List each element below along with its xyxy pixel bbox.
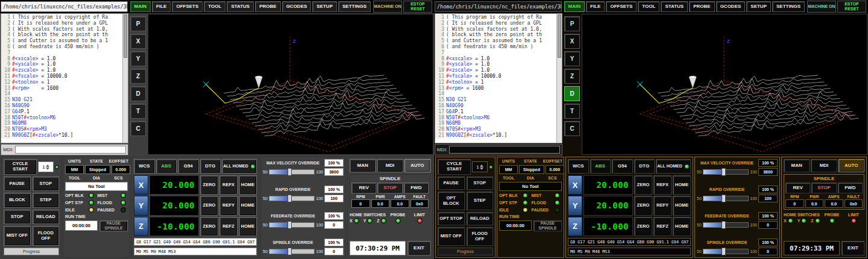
- menu-tab-button[interactable]: SETTINGS: [772, 1, 805, 12]
- spindle-button[interactable]: FWD: [838, 183, 863, 193]
- preview-tab-button[interactable]: D: [130, 86, 146, 101]
- zero-button[interactable]: ZERO: [634, 196, 652, 215]
- ref-button[interactable]: REFY: [219, 196, 237, 215]
- machine-on-button[interactable]: MACHINE ON: [807, 1, 836, 13]
- menu-tab-button[interactable]: SETTINGS: [338, 1, 371, 12]
- zero-button[interactable]: ZERO: [200, 196, 218, 215]
- axis-letter-button[interactable]: Z: [568, 217, 582, 236]
- axis-letter-button[interactable]: Z: [134, 217, 148, 236]
- axis-letter-button[interactable]: Y: [134, 196, 148, 215]
- menu-tab-button[interactable]: STATUS: [227, 1, 254, 12]
- dro-mode-button[interactable]: ABS: [590, 159, 611, 173]
- editor-scrollbar[interactable]: [556, 14, 562, 143]
- preview-tab-button[interactable]: D: [564, 86, 580, 101]
- dro-mode-button[interactable]: WCS: [134, 159, 155, 173]
- mode-button[interactable]: AUTO: [838, 159, 864, 172]
- exit-button[interactable]: EXIT: [841, 241, 864, 255]
- axis-letter-button[interactable]: Y: [568, 196, 582, 215]
- dro-mode-button[interactable]: G54: [178, 159, 199, 173]
- machine-control-button[interactable]: PAUSE: [4, 176, 31, 191]
- spindle-button[interactable]: STOP: [377, 183, 402, 193]
- preview-tab-button[interactable]: Y: [130, 51, 146, 66]
- override-slider[interactable]: [269, 169, 315, 175]
- menu-tab-button[interactable]: GCODES: [716, 1, 746, 12]
- ref-button[interactable]: REFX: [219, 175, 237, 195]
- machine-control-button[interactable]: STEP: [467, 192, 494, 210]
- menu-tab-button[interactable]: FILE: [152, 1, 171, 12]
- machine-control-button[interactable]: PAUSE: [438, 176, 465, 190]
- stepper-arrows-icon[interactable]: [480, 164, 483, 170]
- home-button[interactable]: HOME: [239, 196, 257, 215]
- machine-on-button[interactable]: MACHINE ON: [373, 1, 402, 13]
- preview-tab-button[interactable]: T: [130, 104, 146, 119]
- all-homed-button[interactable]: ALL HOMED: [656, 159, 691, 173]
- cycle-count-stepper[interactable]: 1: [472, 161, 488, 172]
- all-homed-button[interactable]: ALL HOMED: [222, 159, 257, 173]
- override-slider[interactable]: [703, 169, 749, 175]
- machine-control-button[interactable]: STOP: [467, 176, 494, 190]
- ref-button[interactable]: REFZ: [653, 217, 671, 236]
- editor-scrollbar[interactable]: [122, 14, 128, 143]
- gcode-editor[interactable]: 1 ( This program is copyright of Ra 2 ( …: [435, 13, 562, 143]
- spindle-button[interactable]: FWD: [404, 183, 429, 193]
- menu-tab-button[interactable]: STATUS: [661, 1, 688, 12]
- menu-tab-button[interactable]: SETUP: [312, 1, 337, 12]
- menu-tab-button[interactable]: MAIN: [130, 1, 151, 12]
- dro-mode-button[interactable]: DTG: [634, 159, 655, 173]
- ref-button[interactable]: REFX: [653, 175, 671, 195]
- menu-tab-button[interactable]: OFFSETS: [172, 1, 203, 12]
- scrollbar-thumb[interactable]: [558, 14, 561, 58]
- machine-control-button[interactable]: MIST OFF: [4, 226, 31, 246]
- slider-handle[interactable]: [722, 168, 726, 176]
- stepper-arrows-icon[interactable]: [46, 164, 49, 170]
- axis-letter-button[interactable]: X: [568, 175, 582, 195]
- slider-handle[interactable]: [288, 168, 292, 176]
- machine-control-button[interactable]: FLOOD OFF: [33, 226, 60, 246]
- override-slider[interactable]: [703, 196, 749, 201]
- preview-tab-button[interactable]: P: [564, 16, 580, 31]
- preview-tab-button[interactable]: P: [130, 16, 146, 31]
- cycle-start-button[interactable]: CYCLE START: [4, 159, 37, 175]
- preview-tab-button[interactable]: X: [564, 34, 580, 49]
- machine-control-button[interactable]: OPT BLOCK: [438, 192, 465, 210]
- gcode-editor[interactable]: 1 ( This program is copyright of Ra 2 ( …: [1, 13, 128, 143]
- machine-control-button[interactable]: BLOCK: [4, 193, 31, 207]
- pause-spindle-button[interactable]: PAUSE SPINDLE: [99, 220, 128, 231]
- preview-3d[interactable]: Z: [582, 14, 867, 155]
- dro-mode-button[interactable]: WCS: [568, 159, 589, 173]
- override-slider[interactable]: [269, 249, 315, 254]
- axis-letter-button[interactable]: X: [134, 175, 148, 195]
- machine-control-button[interactable]: OPT STOP: [438, 212, 465, 225]
- home-button[interactable]: HOME: [239, 175, 257, 195]
- preview-tab-button[interactable]: C: [564, 121, 580, 136]
- spindle-button[interactable]: STOP: [811, 183, 836, 193]
- menu-tab-button[interactable]: PROBE: [255, 1, 280, 12]
- menu-tab-button[interactable]: TOOL: [638, 1, 659, 12]
- exit-button[interactable]: EXIT: [407, 241, 430, 255]
- slider-handle[interactable]: [288, 221, 292, 229]
- estop-reset-button[interactable]: ESTOP RESET: [403, 1, 432, 13]
- preview-tab-button[interactable]: Y: [564, 51, 580, 66]
- cycle-start-button[interactable]: CYCLE START: [438, 159, 471, 175]
- ref-button[interactable]: REFY: [653, 196, 671, 215]
- menu-tab-button[interactable]: PROBE: [689, 1, 714, 12]
- pause-spindle-button[interactable]: PAUSE SPINDLE: [533, 220, 562, 231]
- menu-tab-button[interactable]: MAIN: [564, 1, 585, 12]
- preview-tab-button[interactable]: X: [130, 34, 146, 49]
- zero-button[interactable]: ZERO: [634, 175, 652, 195]
- machine-control-button[interactable]: STOP: [33, 176, 60, 191]
- machine-control-button[interactable]: STEP: [33, 193, 60, 207]
- slider-handle[interactable]: [722, 221, 726, 229]
- preview-tab-button[interactable]: T: [564, 104, 580, 119]
- mode-button[interactable]: MAN: [350, 159, 376, 172]
- mdi-input[interactable]: [449, 146, 560, 154]
- dro-mode-button[interactable]: DTG: [200, 159, 221, 173]
- slider-handle[interactable]: [722, 195, 726, 202]
- ref-button[interactable]: REFZ: [219, 217, 237, 236]
- mode-button[interactable]: MDI: [377, 159, 403, 172]
- machine-control-button[interactable]: FLOOD OFF: [467, 227, 494, 246]
- slider-handle[interactable]: [288, 195, 292, 202]
- home-button[interactable]: HOME: [673, 217, 691, 236]
- preview-tab-button[interactable]: C: [130, 121, 146, 136]
- zero-button[interactable]: ZERO: [200, 217, 218, 236]
